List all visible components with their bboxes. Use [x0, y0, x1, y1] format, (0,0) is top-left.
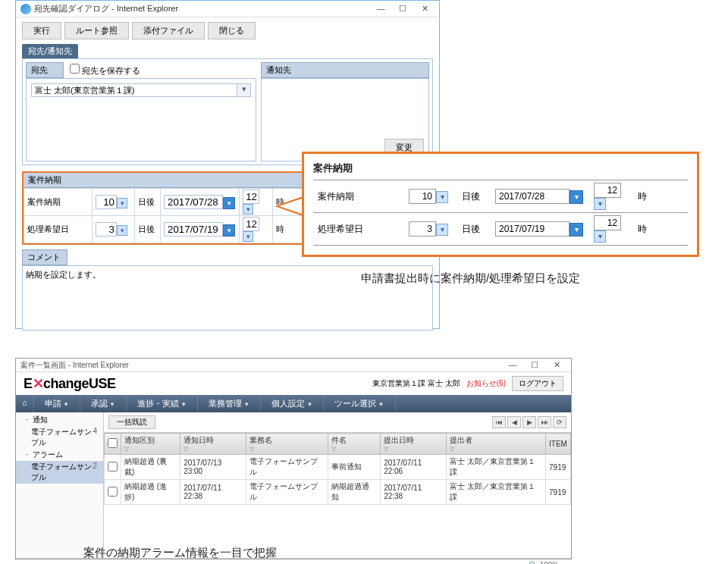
nav-biz[interactable]: 業務管理 — [198, 395, 261, 412]
attach-button[interactable]: 添付ファイル — [132, 22, 205, 39]
filter-icon[interactable]: ▽ — [184, 446, 243, 453]
dest-dropdown-icon[interactable]: ▾ — [237, 83, 251, 97]
save-dest-text: 宛先を保存する — [82, 66, 140, 75]
date-input[interactable] — [164, 195, 223, 209]
callout-annotation: 申請書提出時に案件納期/処理希望日を設定 — [361, 271, 580, 286]
hour-input[interactable] — [594, 215, 621, 230]
list-window: 案件一覧画面 - Internet Explorer — ☐ ✕ E✕chang… — [15, 358, 572, 559]
refresh-icon[interactable]: ⟳ — [553, 416, 566, 428]
tree-label: 電子フォームサンプル — [31, 427, 93, 448]
nav-apply[interactable]: 申請 — [34, 395, 80, 412]
cell-notice-dt: 2017/07/11 22:38 — [180, 480, 246, 505]
nav-personal[interactable]: 個人設定 — [261, 395, 324, 412]
row-checkbox[interactable] — [108, 462, 118, 472]
page-first-icon[interactable]: ⏮ — [492, 416, 506, 428]
calendar-icon[interactable]: ▾ — [223, 197, 235, 209]
tree-item-eform-2[interactable]: 電子フォームサンプル2 — [16, 461, 103, 484]
zoom-label[interactable]: 🔍 100% ▾ — [529, 561, 565, 564]
date-input[interactable] — [495, 221, 570, 237]
tab-dest-notice[interactable]: 宛先/通知先 — [22, 44, 78, 58]
close-button[interactable]: ✕ — [547, 360, 566, 370]
calendar-icon[interactable]: ▾ — [570, 223, 583, 237]
filter-icon[interactable]: ▽ — [450, 446, 542, 453]
maximize-button[interactable]: ☐ — [525, 360, 544, 370]
minimize-button[interactable]: — — [503, 360, 522, 369]
save-dest-checkbox[interactable] — [70, 64, 80, 74]
save-dest-label[interactable]: 宛先を保存する — [70, 64, 140, 77]
cell-subject: 納期超過通知 — [328, 480, 381, 505]
mark-read-button[interactable]: 一括既読 — [108, 415, 155, 429]
cell-subject: 事前通知 — [328, 455, 381, 480]
row-label: 案件納期 — [313, 180, 404, 213]
grid: 通知区別▽ 通知日時▽ 業務名▽ 件名▽ 提出日時▽ 提出者▽ ITEM 納期超… — [104, 432, 571, 558]
window-buttons: — ☐ ✕ — [503, 360, 566, 370]
window-buttons: — ☐ ✕ — [371, 4, 435, 14]
page-last-icon[interactable]: ⏭ — [538, 416, 551, 428]
days-input[interactable] — [409, 189, 436, 204]
col-check[interactable] — [105, 434, 121, 455]
nav-progress[interactable]: 進捗・実績 — [127, 395, 198, 412]
maximize-button[interactable]: ☐ — [393, 4, 413, 14]
hour-dropdown-icon[interactable]: ▾ — [594, 230, 606, 243]
hour-input[interactable] — [243, 217, 259, 231]
tree-label: 電子フォームサンプル — [31, 462, 93, 483]
days-dropdown-icon[interactable]: ▾ — [117, 198, 127, 208]
filter-icon[interactable]: ▽ — [249, 446, 325, 453]
days-input[interactable] — [96, 195, 117, 209]
tree-item-alarm[interactable]: -アラーム — [16, 449, 103, 461]
row-label: 案件納期 — [24, 189, 93, 216]
date-input[interactable] — [164, 222, 223, 237]
cell-submit-dt: 2017/07/11 22:38 — [381, 480, 447, 505]
notice-box: 変更 — [261, 78, 429, 161]
tree-label: アラーム — [33, 450, 63, 460]
hour-dropdown-icon[interactable]: ▾ — [243, 204, 253, 215]
nav-home-icon[interactable]: ⌂ — [16, 395, 34, 412]
tree-count: 4 — [93, 427, 100, 448]
nav-approve[interactable]: 承認 — [80, 395, 127, 412]
main-nav: ⌂ 申請 承認 進捗・実績 業務管理 個人設定 ツール選択 — [16, 395, 571, 412]
pager-bar: 一括既読 ⏮ ◀ ▶ ⏭ ⟳ — [104, 412, 571, 432]
days-input[interactable] — [409, 221, 436, 237]
days-dropdown-icon[interactable]: ▾ — [436, 191, 448, 203]
callout-row: 処理希望日 ▾ 日後 ▾ ▾ 時 — [313, 213, 688, 246]
route-button[interactable]: ルート参照 — [64, 22, 129, 39]
tree-item-notice[interactable]: -通知 — [16, 414, 103, 426]
filter-icon[interactable]: ▽ — [124, 446, 177, 453]
row-checkbox[interactable] — [108, 487, 118, 497]
col-kind: 通知区別▽ — [121, 434, 180, 455]
notice-link[interactable]: お知らせ(6) — [466, 378, 506, 389]
dest-notice-panel: 宛先 宛先を保存する ▾ 通知先 変更 — [22, 58, 433, 165]
days-dropdown-icon[interactable]: ▾ — [436, 224, 448, 236]
page-prev-icon[interactable]: ◀ — [507, 416, 521, 428]
days-input[interactable] — [96, 222, 117, 237]
calendar-icon[interactable]: ▾ — [570, 190, 583, 204]
filter-icon[interactable]: ▽ — [331, 446, 377, 453]
hour-input[interactable] — [594, 183, 621, 198]
tree-count: 2 — [93, 462, 100, 483]
row-label: 処理希望日 — [313, 213, 404, 246]
close-button[interactable]: ✕ — [415, 4, 435, 14]
cell-biz: 電子フォームサンプル — [246, 455, 328, 480]
hour-dropdown-icon[interactable]: ▾ — [594, 198, 606, 210]
dest-box: ▾ — [26, 78, 256, 161]
tree-count — [97, 415, 100, 425]
days-dropdown-icon[interactable]: ▾ — [117, 225, 127, 236]
col-notice-dt: 通知日時▽ — [180, 434, 246, 455]
dest-input[interactable] — [31, 83, 237, 97]
page-next-icon[interactable]: ▶ — [522, 416, 536, 428]
hour-dropdown-icon[interactable]: ▾ — [243, 231, 253, 242]
tree-item-eform-1[interactable]: 電子フォームサンプル4 — [16, 426, 103, 449]
minimize-button[interactable]: — — [371, 4, 391, 13]
date-input[interactable] — [495, 189, 570, 204]
brand-bar: E✕changeUSE 東京営業第１課 富士 太郎 お知らせ(6) ログアウト — [16, 372, 571, 395]
close-dialog-button[interactable]: 閉じる — [208, 22, 256, 39]
calendar-icon[interactable]: ▾ — [223, 224, 235, 237]
comment-header: コメント — [22, 249, 67, 265]
cell-submit-dt: 2017/07/11 22:06 — [381, 455, 447, 480]
run-button[interactable]: 実行 — [22, 22, 61, 39]
nav-tools[interactable]: ツール選択 — [324, 395, 395, 412]
hour-input[interactable] — [243, 190, 259, 204]
logout-button[interactable]: ログアウト — [512, 376, 563, 391]
col-submitter: 提出者▽ — [446, 434, 545, 455]
filter-icon[interactable]: ▽ — [384, 446, 443, 453]
